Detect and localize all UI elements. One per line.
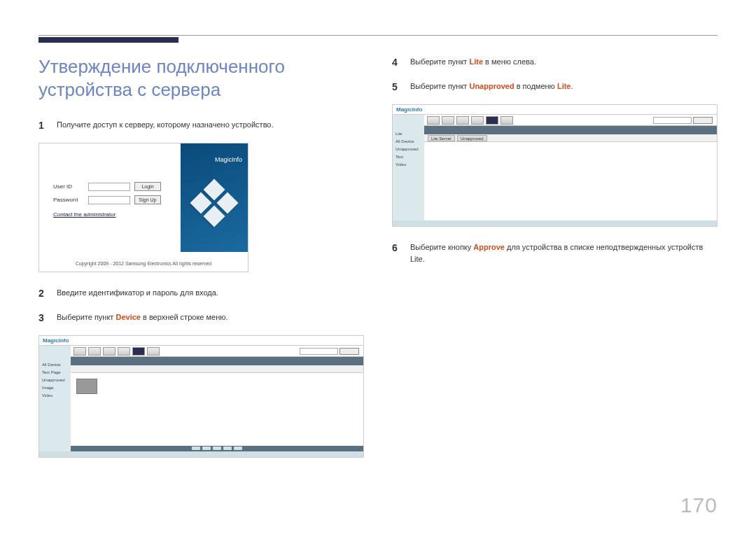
- password-input[interactable]: [88, 196, 130, 204]
- step-number: 6: [392, 241, 402, 265]
- step-text: Выберите кнопку Approve для устройства в…: [410, 241, 718, 265]
- breadcrumb-chip[interactable]: Lite Server: [428, 135, 455, 141]
- nav-icon[interactable]: [471, 116, 484, 125]
- sidebar-item[interactable]: All Device: [42, 363, 68, 367]
- step-3: 3 Выберите пункт Device в верхней строке…: [38, 311, 364, 325]
- nav-icon[interactable]: [456, 116, 469, 125]
- step-6: 6 Выберите кнопку Approve для устройства…: [392, 241, 718, 265]
- device-thumbnail[interactable]: [76, 379, 97, 394]
- nav-icon-active[interactable]: [132, 347, 145, 356]
- nav-icon[interactable]: [442, 116, 454, 125]
- step-text: Выберите пункт Unapproved в подменю Lite…: [410, 80, 573, 94]
- sidebar-item[interactable]: All Device: [396, 139, 421, 143]
- sub-header: [71, 357, 363, 365]
- step-number: 4: [392, 55, 402, 70]
- screenshot-login: User ID Login Password Sign Up Contact t…: [38, 143, 248, 272]
- content-area: [424, 142, 717, 220]
- userid-label: User ID: [53, 183, 84, 190]
- sidebar-item[interactable]: Text Page: [42, 370, 68, 374]
- step-text: Выберите пункт Lite в меню слева.: [410, 55, 536, 70]
- signup-button[interactable]: Sign Up: [134, 195, 161, 204]
- app-brand: MagicInfo: [396, 106, 422, 113]
- nav-icon-active[interactable]: [486, 116, 498, 125]
- password-label: Password: [53, 197, 84, 203]
- accent-bar: [38, 37, 178, 43]
- sidebar-item[interactable]: Text: [396, 155, 421, 159]
- brand-logo: MagicInfo: [215, 156, 242, 163]
- page-number: 170: [680, 493, 718, 517]
- step-1: 1 Получите доступ к серверу, которому на…: [38, 118, 364, 133]
- login-banner: MagicInfo: [181, 143, 248, 252]
- copyright-text: Copyright 2009 - 2012 Samsung Electronic…: [39, 261, 248, 266]
- divider-line: [38, 35, 718, 36]
- sidebar-item[interactable]: Unapproved: [396, 147, 421, 151]
- toolbar: [71, 365, 363, 373]
- page-title: Утверждение подключенного устройства с с…: [38, 55, 364, 101]
- sidebar: Lite All Device Unapproved Text Video: [393, 115, 424, 220]
- app-brand: MagicInfo: [43, 337, 69, 344]
- step-number: 5: [392, 80, 402, 94]
- search-button[interactable]: [340, 348, 359, 355]
- step-number: 1: [38, 118, 48, 133]
- sidebar-item[interactable]: Image: [42, 386, 68, 390]
- sidebar: All Device Text Page Unapproved Image Vi…: [39, 346, 71, 451]
- step-4: 4 Выберите пункт Lite в меню слева.: [392, 55, 718, 70]
- nav-icon[interactable]: [103, 347, 115, 356]
- left-column: Утверждение подключенного устройства с с…: [38, 55, 364, 472]
- sidebar-item[interactable]: Video: [396, 162, 421, 167]
- search-input[interactable]: [653, 117, 692, 124]
- userid-input[interactable]: [88, 183, 130, 191]
- step-5: 5 Выберите пункт Unapproved в подменю Li…: [392, 80, 718, 94]
- screenshot-device-list: MagicInfo All Device Text Page Unapprove…: [38, 335, 364, 458]
- contact-admin-link[interactable]: Contact the administrator: [53, 211, 172, 218]
- screenshot-unapproved: MagicInfo Lite All Device Unapproved Tex…: [392, 104, 718, 227]
- sidebar-item-lite[interactable]: Lite: [396, 132, 421, 136]
- pager-footer: [71, 446, 363, 451]
- sub-header: [424, 126, 717, 134]
- search-button[interactable]: [693, 117, 713, 124]
- nav-icon[interactable]: [74, 347, 86, 356]
- breadcrumb-chip[interactable]: Unapproved: [457, 135, 487, 141]
- login-button[interactable]: Login: [134, 182, 161, 191]
- toolbar: Lite Server Unapproved: [424, 134, 717, 142]
- step-text: Введите идентификатор и пароль для входа…: [57, 286, 218, 301]
- content-area: [71, 373, 363, 451]
- sidebar-item[interactable]: Video: [42, 393, 68, 398]
- nav-icon[interactable]: [88, 347, 101, 356]
- nav-icon[interactable]: [147, 347, 160, 356]
- right-column: 4 Выберите пункт Lite в меню слева. 5 Вы…: [392, 55, 718, 472]
- step-number: 2: [38, 286, 48, 301]
- step-text: Выберите пункт Device в верхней строке м…: [57, 311, 228, 325]
- sidebar-item[interactable]: Unapproved: [42, 378, 68, 382]
- nav-icon[interactable]: [500, 116, 513, 125]
- step-2: 2 Введите идентификатор и пароль для вхо…: [38, 286, 364, 301]
- nav-icon[interactable]: [427, 116, 440, 125]
- step-text: Получите доступ к серверу, которому назн…: [57, 118, 274, 133]
- step-number: 3: [38, 311, 48, 325]
- nav-icon[interactable]: [118, 347, 130, 356]
- search-input[interactable]: [300, 348, 338, 355]
